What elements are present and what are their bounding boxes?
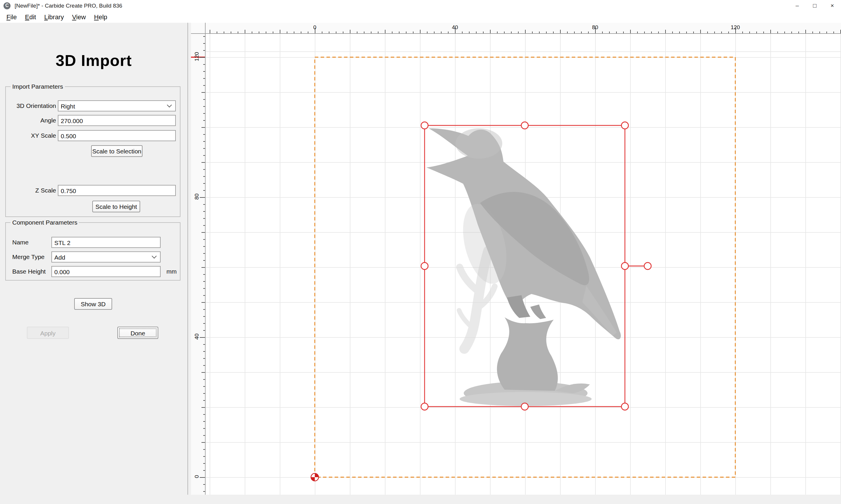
window-title: [NewFile]* - Carbide Create PRO, Build 8… xyxy=(15,2,122,9)
ruler-tick xyxy=(581,31,582,33)
ruler-tick xyxy=(546,31,547,33)
ruler-tick xyxy=(202,302,205,303)
ruler-tick xyxy=(203,169,205,170)
ruler-tick xyxy=(623,31,624,33)
ruler-tick xyxy=(203,393,205,394)
ruler-tick xyxy=(441,31,442,33)
ruler-tick xyxy=(203,323,205,324)
menu-file[interactable]: File xyxy=(2,12,21,22)
ruler-tick xyxy=(203,449,205,450)
ruler-tick xyxy=(210,30,210,33)
z-scale-input[interactable] xyxy=(58,185,176,196)
ruler-tick xyxy=(511,31,512,33)
menu-edit[interactable]: Edit xyxy=(21,12,40,22)
ruler-tick xyxy=(203,225,205,226)
done-button[interactable]: Done xyxy=(117,327,158,339)
ruler-tick xyxy=(399,31,399,33)
component-parameters-group: Component Parameters Name Merge Type Add… xyxy=(5,222,181,281)
name-input[interactable] xyxy=(51,237,160,248)
ruler-tick xyxy=(420,30,420,33)
selection-handle-e[interactable] xyxy=(621,263,629,270)
selection-handle-w[interactable] xyxy=(421,263,428,270)
ruler-tick xyxy=(357,31,357,33)
ruler-tick xyxy=(364,31,364,33)
canvas-area: 04080120 12080400 xyxy=(191,23,841,495)
scale-to-selection-button[interactable]: Scale to Selection xyxy=(91,145,142,157)
selection-handle-ne[interactable] xyxy=(621,122,629,129)
ruler-tick xyxy=(539,31,539,33)
show-3d-button[interactable]: Show 3D xyxy=(74,298,112,310)
design-canvas[interactable] xyxy=(206,34,841,495)
ruler-tick xyxy=(202,267,205,268)
ruler-tick xyxy=(812,31,813,33)
menu-view[interactable]: View xyxy=(68,12,90,22)
ruler-tick xyxy=(266,31,266,33)
rotation-handle[interactable] xyxy=(644,263,651,270)
ruler-tick xyxy=(483,31,484,33)
ruler-tick xyxy=(203,239,205,240)
close-button[interactable]: × xyxy=(823,0,841,11)
ruler-tick xyxy=(679,31,680,33)
ruler-tick xyxy=(203,365,205,366)
ruler-tick xyxy=(602,31,603,33)
base-height-input[interactable] xyxy=(51,266,160,277)
menu-library[interactable]: Library xyxy=(40,12,68,22)
apply-button[interactable]: Apply xyxy=(27,327,69,339)
selection-handle-sw[interactable] xyxy=(421,403,428,410)
selection-handle-nw[interactable] xyxy=(421,122,428,129)
ruler-tick xyxy=(476,31,477,33)
ruler-tick xyxy=(693,31,694,33)
merge-type-dropdown[interactable]: Add xyxy=(51,251,160,263)
ruler-tick xyxy=(203,463,205,464)
selection-handle-n[interactable] xyxy=(521,122,528,129)
ruler-tick xyxy=(203,106,205,107)
origin-marker xyxy=(311,473,319,481)
ruler-tick xyxy=(203,218,205,219)
minimize-button[interactable]: – xyxy=(788,0,806,11)
ruler-tick xyxy=(203,351,205,352)
bird-heightmap[interactable] xyxy=(426,128,621,406)
ruler-tick xyxy=(203,379,205,380)
ruler-tick xyxy=(203,148,205,149)
ruler-tick xyxy=(714,31,715,33)
selection-handle-se[interactable] xyxy=(621,403,629,410)
ruler-tick xyxy=(203,190,205,191)
ruler-tick xyxy=(203,99,205,100)
ruler-tick xyxy=(525,30,526,33)
scale-to-height-button[interactable]: Scale to Height xyxy=(92,201,140,212)
ruler-tick xyxy=(609,31,610,33)
ruler-tick xyxy=(203,155,205,156)
ruler-tick xyxy=(200,197,205,198)
ruler-tick xyxy=(202,372,205,373)
ruler-tick xyxy=(700,30,701,33)
angle-input[interactable] xyxy=(58,115,176,126)
ruler-tick xyxy=(203,36,205,37)
ruler-tick xyxy=(238,31,238,33)
ruler-label: 80 xyxy=(592,24,598,30)
ruler-tick xyxy=(644,31,645,33)
orientation-dropdown[interactable]: Right xyxy=(58,100,176,111)
carbide-create-logo-icon[interactable] xyxy=(3,2,11,9)
minimize-icon: – xyxy=(795,2,799,9)
ruler-tick xyxy=(728,31,729,33)
menu-help[interactable]: Help xyxy=(90,12,111,22)
ruler-tick xyxy=(378,31,378,33)
ruler-label: 120 xyxy=(193,51,200,62)
ruler-tick xyxy=(826,31,827,33)
ruler-tick xyxy=(203,330,205,331)
ruler-tick xyxy=(203,64,205,65)
ruler-tick xyxy=(203,470,205,471)
ruler-tick xyxy=(665,30,666,33)
ruler-tick xyxy=(203,120,205,121)
ruler-tick xyxy=(406,31,407,33)
ruler-tick xyxy=(763,31,764,33)
selection-handle-s[interactable] xyxy=(521,403,528,410)
xy-scale-input[interactable] xyxy=(58,130,176,141)
ruler-tick xyxy=(203,78,205,79)
ruler-tick xyxy=(672,31,673,33)
ruler-tick xyxy=(203,456,205,457)
ruler-tick xyxy=(202,442,205,443)
import-panel: 3D Import Import Parameters 3D Orientati… xyxy=(0,23,188,495)
ruler-tick xyxy=(658,31,659,33)
maximize-button[interactable]: □ xyxy=(806,0,823,11)
